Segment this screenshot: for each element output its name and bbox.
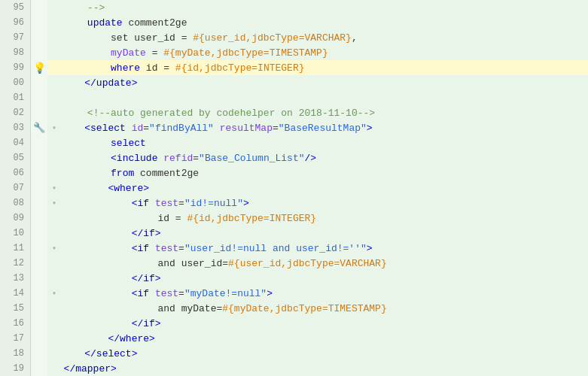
fold-empty [52, 2, 64, 14]
icon-cell-empty [31, 150, 47, 165]
token: "myDate!=null" [184, 288, 267, 299]
line-number: 00 [0, 75, 30, 90]
code-line: ▾ <if test="user_id!=null and user_id!='… [47, 241, 588, 256]
fold-close-icon[interactable] [52, 274, 61, 283]
token: = [273, 123, 279, 134]
line-number: 13 [0, 271, 30, 286]
token: select [111, 138, 146, 149]
token: <!--auto generated by codehelper on 2018… [87, 108, 375, 119]
icon-cell-empty [31, 286, 47, 301]
token: #{id,jdbcType=INTEGER} [175, 62, 305, 74]
code-line: <!--auto generated by codehelper on 2018… [47, 105, 588, 120]
icon-cell-empty [31, 90, 47, 105]
icon-cell-empty [31, 30, 47, 45]
line-number: 04 [0, 135, 30, 150]
code-line: </update> [47, 75, 588, 90]
token [64, 17, 87, 29]
icon-cell-empty [31, 105, 47, 120]
fold-close-icon[interactable] [52, 335, 61, 343]
fold-empty [52, 258, 64, 269]
token: from [111, 168, 134, 179]
fold-empty [52, 153, 64, 164]
fold-open-icon[interactable]: ▾ [52, 183, 61, 193]
fold-open-icon[interactable]: ▾ [52, 289, 61, 298]
token: </if> [132, 318, 161, 329]
code-area[interactable]: --> update comment2ge set user_id = #{us… [47, 0, 588, 376]
icon-gutter: 💡🔧 [31, 0, 47, 376]
fold-close-icon[interactable] [52, 320, 61, 328]
fold-open-icon[interactable]: ▾ [52, 244, 61, 253]
token [149, 288, 155, 299]
token [64, 213, 158, 224]
line-number: 98 [0, 45, 30, 60]
token: < [132, 288, 138, 299]
token [64, 138, 111, 149]
code-line [47, 90, 588, 105]
fold-close-icon[interactable] [52, 229, 61, 238]
token [61, 77, 84, 89]
token: myDate [111, 47, 146, 59]
token: "findByAll" [149, 123, 214, 134]
token: = [178, 288, 184, 299]
token: select [90, 123, 126, 134]
token [64, 168, 111, 179]
token: #{user_id,jdbcType=VARCHAR} [228, 258, 387, 269]
code-line: ▾ <if test="myDate!=null"> [47, 286, 588, 301]
token: </update> [84, 77, 137, 89]
fold-close-icon[interactable] [52, 79, 61, 87]
token: if [137, 198, 149, 209]
token: "BaseResultMap" [279, 123, 367, 134]
token: "Base_Column_List" [199, 153, 304, 164]
token: < [132, 243, 138, 254]
token: < [84, 123, 90, 134]
icon-cell-empty [31, 301, 47, 316]
token [64, 32, 111, 44]
line-number: 97 [0, 30, 30, 45]
line-number: 02 [0, 105, 30, 120]
token: = [193, 153, 199, 164]
token [157, 153, 163, 164]
token [64, 258, 158, 269]
code-line: select [47, 135, 588, 150]
token: id = [157, 213, 187, 224]
line-number: 95 [0, 0, 30, 15]
line-number: 14 [0, 286, 30, 301]
icon-cell-empty [31, 271, 47, 286]
fold-close-icon[interactable] [52, 350, 61, 358]
line-number: 99 [0, 60, 30, 75]
token [64, 47, 111, 59]
icon-cell-empty [31, 361, 47, 376]
token [149, 198, 155, 209]
code-line: <include refid="Base_Column_List"/> [47, 150, 588, 165]
token: and user_id= [157, 258, 228, 269]
token: "user_id!=null and user_id!=''" [184, 243, 367, 254]
bulb-icon[interactable]: 💡 [33, 62, 46, 74]
line-number: 18 [0, 346, 30, 361]
token: = [178, 243, 184, 254]
code-line: set user_id = #{user_id,jdbcType=VARCHAR… [47, 30, 588, 45]
token: test [155, 288, 178, 299]
token: </mapper> [64, 363, 117, 374]
icon-cell-empty [31, 45, 47, 60]
fold-empty [52, 92, 64, 104]
token: comment2ge [123, 17, 187, 29]
fold-empty [52, 32, 64, 44]
line-number: 17 [0, 331, 30, 346]
icon-cell-empty [31, 211, 47, 226]
line-number: 15 [0, 301, 30, 316]
token: if [137, 288, 149, 299]
code-line: --> [47, 0, 588, 15]
fold-open-icon[interactable]: ▾ [52, 123, 61, 132]
token [61, 348, 84, 359]
plugin-icon[interactable]: 🔧 [33, 122, 45, 134]
code-line: and myDate=#{myDate,jdbcType=TIMESTAMP} [47, 301, 588, 316]
token: = [143, 123, 149, 134]
fold-open-icon[interactable]: ▾ [52, 199, 61, 208]
line-number: 96 [0, 15, 30, 30]
icon-cell-empty [31, 331, 47, 346]
fold-empty [52, 47, 64, 59]
token [64, 108, 87, 119]
token [61, 228, 132, 239]
token: #{user_id,jdbcType=VARCHAR} [193, 32, 352, 44]
icon-cell-empty [31, 226, 47, 241]
